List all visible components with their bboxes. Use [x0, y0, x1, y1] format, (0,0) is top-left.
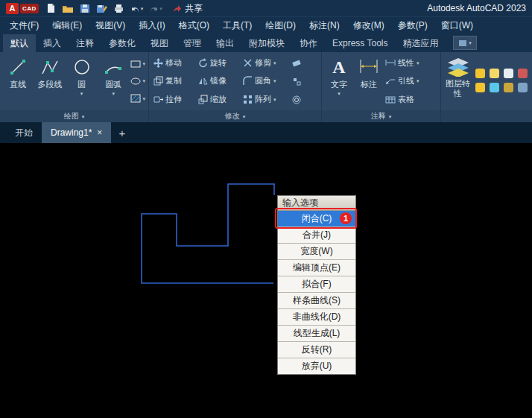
- array-tool-button[interactable]: 阵列▾: [241, 94, 290, 105]
- menu-bar: 文件(F) 编辑(E) 视图(V) 插入(I) 格式(O) 工具(T) 绘图(D…: [0, 16, 532, 34]
- context-item-reverse[interactable]: 反转(R): [278, 342, 355, 358]
- open-file-button[interactable]: [62, 4, 74, 13]
- plot-button[interactable]: [113, 4, 124, 13]
- ribbon-tab-addins[interactable]: 附加模块: [241, 34, 292, 52]
- fillet-tool-button[interactable]: 圆角▾: [241, 75, 290, 86]
- ribbon-tab-manage[interactable]: 管理: [176, 34, 209, 52]
- menu-parametric[interactable]: 参数(P): [391, 17, 434, 34]
- rotate-icon: [198, 58, 208, 68]
- layer-lock-icon[interactable]: [504, 83, 513, 92]
- arc-tool-button[interactable]: 圆弧 ▾: [98, 54, 130, 109]
- layer-properties-button[interactable]: 图层特性: [443, 54, 472, 109]
- modify-panel-footer[interactable]: 修改 ▾: [149, 110, 321, 122]
- menu-dimension[interactable]: 标注(N): [303, 17, 346, 34]
- ribbon-tab-featured-apps[interactable]: 精选应用: [395, 34, 446, 52]
- new-file-button[interactable]: [46, 3, 56, 13]
- context-item-width[interactable]: 宽度(W): [278, 244, 355, 260]
- layer-thaw-icon[interactable]: [490, 69, 499, 78]
- copy-icon: [153, 76, 163, 86]
- rotate-tool-button[interactable]: 旋转: [196, 57, 241, 69]
- ribbon-tab-express-tools[interactable]: Express Tools: [325, 34, 395, 52]
- ribbon-tab-insert[interactable]: 插入: [36, 34, 69, 52]
- ribbon-tab-annotate[interactable]: 注释: [69, 34, 101, 52]
- modify-extra-1-button[interactable]: [290, 58, 305, 67]
- ellipse-tool-button[interactable]: ▾: [130, 77, 146, 86]
- erase-icon: [292, 58, 301, 67]
- document-tab-bar: 开始 Drawing1* × +: [0, 122, 532, 143]
- leader-button[interactable]: 引线▾: [385, 75, 419, 86]
- line-tool-button[interactable]: 直线: [2, 54, 34, 109]
- layer-on-icon[interactable]: [475, 69, 485, 78]
- modify-extra-3-button[interactable]: [290, 95, 305, 104]
- layer-isolate-icon[interactable]: [518, 83, 528, 92]
- context-item-ltype-gen[interactable]: 线型生成(L): [278, 326, 355, 342]
- stretch-tool-button[interactable]: 拉伸: [151, 94, 196, 105]
- ribbon-tab-output[interactable]: 输出: [209, 34, 241, 52]
- menu-file[interactable]: 文件(F): [3, 17, 45, 34]
- layer-bulb2-icon[interactable]: [475, 83, 485, 92]
- menu-draw[interactable]: 绘图(D): [259, 17, 303, 34]
- ribbon-tab-view[interactable]: 视图: [143, 34, 176, 52]
- context-item-decurve[interactable]: 非曲线化(D): [278, 309, 355, 326]
- modify-panel: 移动 旋转 修剪▾ 复制 镜像 圆角▾ 拉伸 缩放 阵列▾ 修改 ▾: [149, 52, 322, 122]
- context-item-join[interactable]: 合并(J): [278, 227, 355, 244]
- ribbon-tab-collaborate[interactable]: 协作: [292, 34, 325, 52]
- drawing1-tab-label: Drawing1*: [51, 127, 92, 138]
- redo-dropdown-icon[interactable]: ▾: [159, 6, 162, 11]
- annotation-panel-footer[interactable]: 注释 ▾: [322, 110, 440, 122]
- circle-dropdown-icon[interactable]: ▾: [80, 91, 83, 96]
- menu-insert[interactable]: 插入(I): [132, 17, 171, 34]
- context-item-fit[interactable]: 拟合(F): [278, 276, 355, 293]
- menu-edit[interactable]: 编辑(E): [45, 17, 89, 34]
- ribbon-tab-home[interactable]: 默认: [3, 34, 36, 52]
- context-item-edit-vertex[interactable]: 编辑顶点(E): [278, 260, 355, 276]
- dimension-tool-button[interactable]: 标注: [354, 54, 384, 109]
- draw-panel-expand-icon: ▾: [82, 114, 85, 119]
- ribbon-tab-parametric[interactable]: 参数化: [101, 34, 143, 52]
- share-button[interactable]: 共享: [173, 2, 203, 15]
- layer-off-icon[interactable]: [518, 69, 528, 78]
- circle-tool-button[interactable]: 圆 ▾: [66, 54, 98, 109]
- new-drawing-button[interactable]: +: [111, 122, 133, 143]
- ribbon-display-dropdown[interactable]: ▾: [453, 36, 477, 50]
- redo-button[interactable]: ▾: [149, 4, 162, 13]
- hatch-tool-button[interactable]: ▾: [130, 94, 146, 103]
- drawing1-tab[interactable]: Drawing1* ×: [42, 122, 111, 143]
- app-menu-button[interactable]: A CAD: [6, 3, 39, 14]
- polyline-tool-button[interactable]: 多段线: [34, 54, 66, 109]
- modify-extra-2-button[interactable]: [290, 77, 305, 86]
- menu-format[interactable]: 格式(O): [172, 17, 216, 34]
- linear-dim-button[interactable]: 线性▾: [385, 57, 419, 69]
- save-as-button[interactable]: [96, 4, 107, 13]
- drawing-canvas[interactable]: 输入选项 闭合(C) 合并(J) 宽度(W) 编辑顶点(E) 拟合(F) 样条曲…: [0, 143, 532, 418]
- layer-new-icon[interactable]: [504, 69, 513, 78]
- text-tool-button[interactable]: A 文字 ▾: [324, 54, 354, 109]
- linear-dropdown-icon: ▾: [417, 60, 419, 66]
- draw-panel-footer[interactable]: 绘图 ▾: [0, 110, 148, 122]
- undo-button[interactable]: ▾: [130, 4, 144, 13]
- menu-view[interactable]: 视图(V): [89, 17, 132, 34]
- save-button[interactable]: [80, 4, 90, 13]
- rectangle-tool-button[interactable]: ▾: [130, 60, 146, 69]
- context-item-undo[interactable]: 放弃(U): [278, 358, 355, 374]
- move-tool-button[interactable]: 移动: [151, 57, 196, 69]
- arc-dropdown-icon[interactable]: ▾: [112, 91, 115, 96]
- undo-dropdown-icon[interactable]: ▾: [141, 6, 144, 11]
- mirror-tool-button[interactable]: 镜像: [196, 75, 241, 86]
- table-button[interactable]: 表格: [385, 94, 419, 105]
- polyline-label: 多段线: [37, 79, 62, 90]
- menu-window[interactable]: 窗口(W): [434, 17, 480, 34]
- layer-freeze-icon[interactable]: [490, 83, 499, 92]
- start-tab[interactable]: 开始: [6, 122, 42, 143]
- text-dropdown-icon[interactable]: ▾: [338, 91, 341, 96]
- menu-modify[interactable]: 修改(M): [346, 17, 391, 34]
- scale-tool-button[interactable]: 缩放: [196, 94, 241, 105]
- polyline-entity[interactable]: [0, 143, 532, 418]
- copy-tool-button[interactable]: 复制: [151, 75, 196, 86]
- open-polyline: [142, 184, 274, 283]
- menu-tools[interactable]: 工具(T): [216, 17, 259, 34]
- trim-tool-button[interactable]: 修剪▾: [241, 57, 290, 69]
- close-tab-icon[interactable]: ×: [97, 127, 102, 138]
- context-item-spline[interactable]: 样条曲线(S): [278, 293, 355, 309]
- layer-properties-label: 图层特性: [446, 79, 471, 98]
